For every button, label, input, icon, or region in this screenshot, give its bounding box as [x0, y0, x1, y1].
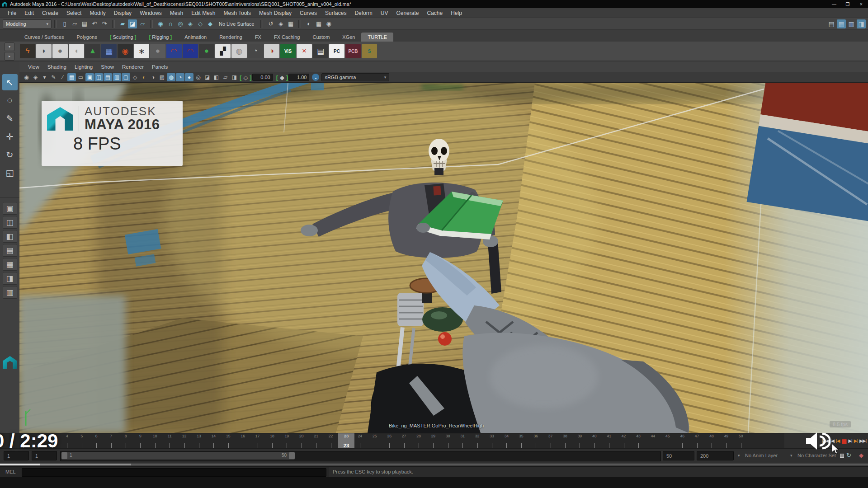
modeling-toolkit-toggle-icon[interactable]: ◨ [857, 19, 866, 28]
scale-tool[interactable]: ◱ [2, 164, 18, 181]
menu-item-5[interactable]: Display [110, 10, 136, 16]
undo-icon[interactable]: ↶ [90, 19, 99, 28]
menu-item-3[interactable]: Select [62, 10, 85, 16]
panel-menu-3[interactable]: Show [97, 64, 118, 70]
menu-item-9[interactable]: Mesh Tools [220, 10, 255, 16]
lasso-tool[interactable]: ◌ [2, 92, 18, 108]
shelf-tab-custom[interactable]: Custom [306, 33, 336, 42]
vp-grid-icon[interactable]: ▦ [67, 73, 76, 81]
go-to-end-button[interactable]: ▶▶| [859, 438, 866, 443]
render-view-icon[interactable]: ◐ [304, 19, 313, 28]
shelf-icon-sphere-green[interactable]: ● [199, 44, 214, 58]
select-tool[interactable]: ↖ [2, 74, 18, 90]
vp-isolate-icon[interactable]: ◎ [194, 73, 203, 81]
chevron-down-icon[interactable]: ▾ [738, 453, 740, 458]
vp-lighting-icon[interactable]: ◐ [140, 73, 148, 81]
exposure-icon[interactable]: ◇ [242, 73, 249, 82]
shelf-tab-sculpting[interactable]: Sculpting [104, 33, 143, 42]
menu-item-16[interactable]: Cache [423, 10, 447, 16]
shelf-tab-arrow[interactable]: ▾ [5, 42, 14, 51]
menu-item-6[interactable]: Windows [136, 10, 166, 16]
vp-bookmark-icon[interactable]: ▾ [40, 73, 49, 81]
shelf-tab-fx[interactable]: FX [249, 33, 268, 42]
menu-item-7[interactable]: Mesh [166, 10, 187, 16]
shelf-icon-sphere-red-split[interactable]: ◑ [264, 44, 279, 58]
shelf-icon-sphere-dark[interactable]: ● [150, 44, 165, 58]
playback-loop-icon[interactable]: ↻ [846, 452, 851, 459]
menu-item-11[interactable]: Curves [296, 10, 321, 16]
chevron-down-icon[interactable]: ▾ [790, 453, 793, 458]
vp-line-icon[interactable]: ∕ [58, 73, 67, 81]
snap-grid-icon[interactable]: ◉ [156, 19, 165, 28]
panel-menu-1[interactable]: Shading [43, 64, 71, 70]
vp-ssao-ball-icon[interactable]: ● [185, 73, 193, 81]
vp-snapshot-icon[interactable]: ◨ [230, 73, 239, 81]
close-button[interactable]: × [854, 0, 868, 8]
shelf-icon-pcb[interactable]: PCB [345, 44, 361, 58]
vp-select-camera-icon[interactable]: ◉ [22, 73, 31, 81]
vp-fill-light-icon[interactable]: ◇ [131, 73, 139, 81]
open-scene-icon[interactable]: ▱ [70, 19, 79, 28]
snap-view-plane-icon[interactable]: ◇ [196, 19, 205, 28]
shelf-icon-sphere-crescent[interactable]: ◖ [69, 44, 84, 58]
menu-item-0[interactable]: File [4, 10, 20, 16]
rotate-tool[interactable]: ↻ [2, 146, 18, 163]
shelf-icon-pc[interactable]: PC [329, 44, 344, 58]
menu-item-15[interactable]: Generate [392, 10, 423, 16]
menu-item-1[interactable]: Edit [20, 10, 38, 16]
channel-box-toggle-icon[interactable]: ▥ [847, 19, 856, 28]
menu-item-8[interactable]: Edit Mesh [187, 10, 219, 16]
paint-select-tool[interactable]: ✎ [2, 110, 18, 127]
move-tool[interactable]: ✛ [2, 128, 18, 145]
stop-button[interactable]: ■ [841, 439, 846, 443]
vp-shadows-icon[interactable]: ◑ [149, 73, 157, 81]
playback-range-box[interactable]: 1 50 [61, 452, 295, 460]
shelf-icon-sphere-gray[interactable]: ● [52, 44, 68, 58]
anim-layer-dropdown[interactable]: No Anim Layer [745, 453, 778, 458]
shelf-icon-grid-blue[interactable]: ▦ [101, 44, 117, 58]
maximize-button[interactable]: ❒ [841, 0, 854, 8]
vp-motion-blur-icon[interactable]: ◔ [176, 73, 184, 81]
shelf-tab-polygons[interactable]: Polygons [70, 33, 103, 42]
snap-curve-icon[interactable]: ∩ [166, 19, 175, 28]
menu-item-4[interactable]: Modify [85, 10, 109, 16]
character-set-dropdown[interactable]: No Character Set [797, 453, 836, 458]
shelf-icon-dome-red-2[interactable]: ◠ [183, 44, 198, 58]
shelf-icon-sphere-white[interactable]: ◍ [231, 44, 247, 58]
layout-top-persp[interactable]: ▤ [3, 244, 17, 257]
shelf-icon-material-sample[interactable]: ◗ [36, 44, 52, 58]
colorspace-dropdown[interactable]: sRGB gamma ▾ [321, 73, 389, 81]
attribute-editor-toggle-icon[interactable]: ▤ [827, 19, 836, 28]
shelf-icon-delete-x[interactable]: × [297, 44, 312, 58]
menu-item-2[interactable]: Create [38, 10, 62, 16]
menu-item-17[interactable]: Help [447, 10, 466, 16]
vp-gate-mask-icon[interactable]: ◫ [94, 73, 103, 81]
snap-point-icon[interactable]: ◎ [176, 19, 185, 28]
animation-start-field[interactable]: 1 [4, 451, 29, 460]
shelf-tab-xgen[interactable]: XGen [336, 33, 361, 42]
menu-item-10[interactable]: Mesh Display [255, 10, 296, 16]
shelf-icon-light-orange[interactable]: ◉ [118, 44, 133, 58]
shelf-icon-cone-green[interactable]: ▲ [85, 44, 100, 58]
panel-menu-5[interactable]: Panels [148, 64, 172, 70]
vp-safe-title-icon[interactable]: ▢ [122, 73, 130, 81]
gamma-icon[interactable]: ◆ [279, 73, 285, 82]
color-management-icon[interactable]: ◒ [312, 74, 319, 81]
range-start-handle[interactable] [61, 452, 67, 459]
shelf-icon-camera-bw[interactable]: ▞ [215, 44, 231, 58]
step-forward-button[interactable]: ▶| [848, 438, 852, 443]
select-component-icon[interactable]: ▱ [138, 19, 147, 28]
playback-start-field[interactable]: 1 [32, 451, 57, 460]
snap-projected-center-icon[interactable]: ◈ [186, 19, 195, 28]
prev-key-button[interactable]: |◀ [836, 438, 840, 443]
menu-item-13[interactable]: Deform [350, 10, 376, 16]
layout-hypershade-persp[interactable]: ◨ [3, 272, 17, 285]
step-back-button[interactable]: |◀ [830, 438, 834, 443]
menu-set-selector[interactable]: Modeling ▾ [3, 19, 52, 28]
shelf-tab-rigging[interactable]: Rigging [142, 33, 178, 42]
input-operations-icon[interactable]: ↺ [266, 19, 275, 28]
vp-wireframe-shaded-icon[interactable]: ◧ [212, 73, 221, 81]
shelf-icon-flame[interactable]: ϟ [20, 44, 35, 58]
shelf-tab-turtle[interactable]: TURTLE [361, 33, 393, 42]
menu-item-12[interactable]: Surfaces [321, 10, 350, 16]
